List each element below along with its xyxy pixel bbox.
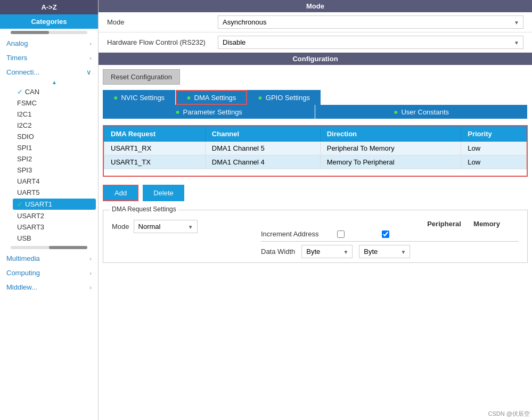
connectivity-submenu: ▲ CAN FSMC I2C1 I2C2 SDIO SPI1 SPI2 SPI3… [0, 79, 98, 244]
sidebar-item-usart1[interactable]: ✓ USART1 [13, 199, 96, 210]
cell-direction: Peripheral To Memory [320, 142, 461, 155]
dma-request-settings: DMA Request Settings Mode Normal Circula… [103, 210, 528, 263]
sidebar-item-spi2[interactable]: SPI2 [11, 153, 98, 164]
sidebar-item-multimedia[interactable]: Multimedia › [0, 251, 98, 266]
memory-width-select[interactable]: Byte Half Word Word [359, 245, 410, 258]
mode-header: Mode [99, 0, 532, 12]
hardware-flow-select[interactable]: Disable Enable [218, 36, 523, 49]
dma-settings-title: DMA Request Settings [110, 205, 178, 213]
mode-setting-select[interactable]: Normal Circular [134, 220, 198, 233]
chevron-right-icon: › [89, 284, 92, 291]
sidebar-item-label: Timers [6, 54, 27, 62]
watermark-text: CSDN @伏辰空 [488, 410, 530, 418]
tab-user-constants[interactable]: ● User Constants [315, 105, 528, 119]
sidebar-item-spi1[interactable]: SPI1 [11, 142, 98, 153]
sidebar-item-middlew[interactable]: Middlew... › [0, 280, 98, 294]
tabs-row-2: ● Parameter Settings ● User Constants [103, 105, 528, 119]
dot-icon: ● [258, 93, 262, 102]
col-header-channel: Channel [205, 127, 320, 142]
sidebar-scrollbar[interactable] [11, 31, 87, 34]
config-header: Configuration [99, 53, 532, 65]
mode-select-wrapper: Asynchronous Synchronous Single Wire [218, 15, 523, 29]
memory-width-wrapper: Byte Half Word Word [359, 245, 410, 258]
data-width-label: Data Width [261, 248, 295, 256]
sidebar-item-usart3[interactable]: USART3 [11, 221, 98, 233]
tab-nvic-settings[interactable]: ● NVIC Settings [103, 90, 176, 105]
sidebar-categories-btn[interactable]: Categories [0, 14, 98, 29]
dot-icon: ● [394, 108, 398, 116]
sidebar-item-can[interactable]: CAN [11, 86, 98, 97]
increment-address-label: Increment Address [261, 230, 318, 238]
hardware-flow-select-wrapper: Disable Enable [218, 36, 523, 49]
sidebar-item-i2c1[interactable]: I2C1 [11, 109, 98, 120]
mode-label: Mode [107, 18, 214, 26]
chevron-right-icon: › [89, 55, 92, 61]
sidebar-item-uart5[interactable]: UART5 [11, 187, 98, 198]
tab-parameter-settings[interactable]: ● Parameter Settings [103, 105, 315, 119]
cell-direction: Memory To Peripheral [320, 155, 461, 169]
sidebar-item-computing[interactable]: Computing › [0, 266, 98, 280]
sidebar-item-usb[interactable]: USB [11, 233, 98, 244]
sidebar: A->Z Categories Analog › Timers › Connec… [0, 0, 99, 420]
sidebar-item-sdio[interactable]: SDIO [11, 131, 98, 142]
sidebar-item-analog[interactable]: Analog › [0, 36, 98, 51]
peripheral-col-header: Peripheral [423, 220, 465, 228]
sidebar-item-label: Middlew... [6, 283, 37, 291]
config-section: Configuration Reset Configuration ● NVIC… [99, 53, 532, 420]
mode-setting-label: Mode [112, 223, 129, 230]
chevron-right-icon: › [89, 40, 92, 47]
dot-icon: ● [175, 108, 179, 116]
check-icon: ✓ [17, 200, 23, 208]
delete-button[interactable]: Delete [143, 185, 184, 201]
col-header-request: DMA Request [104, 127, 206, 142]
cell-priority: Low [461, 142, 527, 155]
sidebar-item-label: Analog [6, 39, 28, 47]
peripheral-width-select[interactable]: Byte Half Word Word [301, 245, 353, 258]
cell-channel: DMA1 Channel 4 [205, 155, 320, 169]
dma-table-wrapper: DMA Request Channel Direction Priority U… [103, 125, 528, 177]
mode-setting-select-wrapper: Normal Circular [134, 220, 198, 233]
cell-request: USART1_TX [104, 155, 206, 169]
tab-dma-settings[interactable]: ● DMA Settings [176, 90, 247, 105]
memory-increment-checkbox[interactable] [382, 230, 389, 238]
hardware-flow-label: Hardware Flow Control (RS232) [107, 38, 214, 46]
chevron-right-icon: › [89, 256, 92, 262]
col-header-priority: Priority [461, 127, 527, 142]
cell-channel: DMA1 Channel 5 [205, 142, 320, 155]
main-content: Mode Mode Asynchronous Synchronous Singl… [99, 0, 532, 420]
peripheral-width-wrapper: Byte Half Word Word [301, 245, 353, 258]
reset-configuration-button[interactable]: Reset Configuration [103, 69, 180, 85]
dot-icon: ● [186, 93, 191, 102]
chevron-right-icon: › [89, 270, 92, 276]
tabs-row-1: ● NVIC Settings ● DMA Settings ● GPIO Se… [103, 90, 528, 105]
dot-icon: ● [113, 93, 118, 102]
hardware-flow-row: Hardware Flow Control (RS232) Disable En… [99, 32, 532, 53]
sidebar-item-spi3[interactable]: SPI3 [11, 164, 98, 176]
table-row[interactable]: USART1_RX DMA1 Channel 5 Peripheral To M… [104, 142, 527, 155]
sidebar-item-fsmc[interactable]: FSMC [11, 97, 98, 109]
action-buttons: Add Delete [103, 185, 528, 201]
table-row[interactable]: USART1_TX DMA1 Channel 4 Memory To Perip… [104, 155, 527, 169]
sidebar-item-usart2[interactable]: USART2 [11, 210, 98, 221]
chevron-down-icon: ∨ [86, 68, 92, 76]
scroll-up-indicator: ▲ [52, 79, 57, 85]
sidebar-item-label: Connecti... [6, 68, 39, 76]
sidebar-item-i2c2[interactable]: I2C2 [11, 120, 98, 131]
add-button[interactable]: Add [103, 185, 138, 201]
cell-request: USART1_RX [104, 142, 206, 155]
sidebar-scrollbar-bottom[interactable] [11, 246, 87, 249]
col-header-direction: Direction [320, 127, 461, 142]
mode-select[interactable]: Asynchronous Synchronous Single Wire [218, 15, 523, 29]
sidebar-item-label: Multimedia [6, 254, 40, 262]
mode-row: Mode Asynchronous Synchronous Single Wir… [99, 12, 532, 32]
sidebar-item-connectivity[interactable]: Connecti... ∨ [0, 65, 98, 79]
dma-table: DMA Request Channel Direction Priority U… [104, 126, 527, 169]
memory-col-header: Memory [465, 220, 508, 228]
cell-priority: Low [461, 155, 527, 169]
sidebar-item-uart4[interactable]: UART4 [11, 176, 98, 187]
sidebar-az-label: A->Z [0, 0, 98, 14]
sidebar-item-label: Computing [6, 269, 40, 277]
sidebar-item-timers[interactable]: Timers › [0, 51, 98, 65]
peripheral-increment-checkbox[interactable] [337, 230, 345, 238]
tab-gpio-settings[interactable]: ● GPIO Settings [247, 90, 321, 105]
